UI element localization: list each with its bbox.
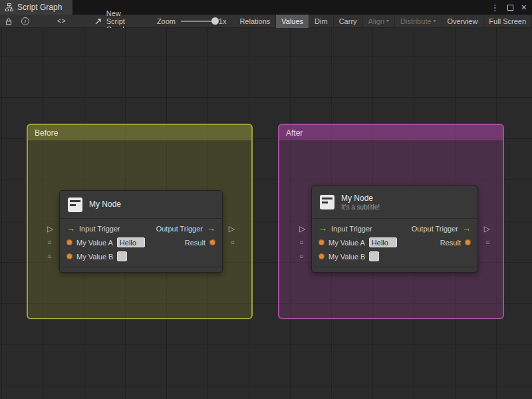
chevron-down-icon: ▾: [434, 18, 436, 24]
group-before-title: Before: [35, 128, 58, 138]
output-trigger-icon[interactable]: →: [462, 224, 471, 233]
value-b-port-icon[interactable]: [66, 253, 72, 259]
value-b-label: My Value B: [76, 253, 113, 261]
output-trigger-label: Output Trigger: [156, 225, 203, 233]
node-footer: [312, 267, 477, 272]
script-graph-icon: [5, 3, 13, 11]
tab-bar: Script Graph ⋮ ×: [0, 0, 532, 15]
value-a-port-icon[interactable]: [66, 239, 72, 245]
value-b-port-row: ○ My Value B: [60, 249, 222, 263]
external-value-a-port[interactable]: ○: [299, 239, 304, 246]
group-after[interactable]: After My Node It's a subtitle! ▷ → Input…: [278, 124, 504, 319]
tab-script-graph[interactable]: Script Graph: [0, 0, 72, 15]
external-value-b-port[interactable]: ○: [47, 253, 52, 260]
info-icon[interactable]: i: [21, 15, 29, 28]
external-output-trigger-port[interactable]: ▷: [229, 225, 235, 233]
node-title: My Node: [341, 194, 380, 203]
relations-button[interactable]: Relations: [234, 15, 276, 28]
group-after-title: After: [286, 128, 303, 138]
external-input-trigger-port[interactable]: ▷: [299, 225, 305, 233]
value-b-port-row: ○ My Value B: [312, 249, 477, 263]
dim-button[interactable]: Dim: [309, 15, 334, 28]
value-a-label: My Value A: [329, 239, 365, 247]
window-controls: ⋮ ×: [491, 0, 532, 15]
output-trigger-icon[interactable]: →: [207, 224, 215, 233]
external-value-b-port[interactable]: ○: [299, 253, 304, 260]
my-node[interactable]: My Node It's a subtitle! ▷ → Input Trigg…: [311, 186, 478, 273]
zoom-slider-handle[interactable]: [211, 17, 219, 25]
result-port-icon[interactable]: [209, 239, 215, 245]
zoom-slider-track: [181, 21, 215, 22]
group-before[interactable]: Before My Node ▷ → Input Trigger: [27, 124, 253, 319]
value-a-field[interactable]: [117, 237, 145, 247]
node-icon: [68, 198, 82, 212]
result-label: Result: [440, 239, 461, 247]
input-trigger-label: Input Trigger: [331, 225, 372, 233]
value-b-field[interactable]: [369, 251, 379, 261]
tab-title: Script Graph: [17, 3, 62, 12]
node-body: ▷ → Input Trigger Output Trigger → ▷ ○ M…: [60, 219, 222, 263]
node-body: ▷ → Input Trigger Output Trigger → ▷ ○ M…: [312, 219, 477, 263]
value-b-label: My Value B: [329, 253, 365, 261]
result-port-icon[interactable]: [465, 239, 471, 245]
toolbar-buttons: Relations Values Dim Carry Align ▾ Distr…: [234, 15, 532, 28]
value-b-port-icon[interactable]: [319, 253, 325, 259]
trigger-port-row: ▷ → Input Trigger Output Trigger → ▷: [60, 221, 222, 235]
external-input-trigger-port[interactable]: ▷: [47, 225, 53, 233]
result-label: Result: [185, 239, 205, 247]
graph-toolbar: i <> New Script Graph Zoom 1x Relations …: [0, 15, 532, 28]
close-icon[interactable]: ×: [521, 3, 527, 12]
value-b-field[interactable]: [117, 251, 127, 261]
external-result-port[interactable]: ○: [485, 239, 490, 246]
fullscreen-button[interactable]: Full Screen: [483, 15, 532, 28]
value-a-label: My Value A: [76, 239, 113, 247]
node-header[interactable]: My Node: [60, 191, 222, 219]
trigger-port-row: ▷ → Input Trigger Output Trigger → ▷: [312, 221, 477, 235]
script-graph-window: Script Graph ⋮ × i <> New Script Graph: [0, 0, 532, 399]
distribute-button[interactable]: Distribute ▾: [395, 15, 442, 28]
code-icon[interactable]: <>: [57, 15, 66, 28]
chevron-down-icon: ▾: [386, 18, 389, 24]
input-trigger-icon[interactable]: →: [66, 224, 75, 233]
node-footer: [60, 267, 222, 272]
carry-button[interactable]: Carry: [334, 15, 363, 28]
input-trigger-label: Input Trigger: [79, 225, 120, 233]
zoom-slider[interactable]: [181, 15, 215, 28]
overview-button[interactable]: Overview: [442, 15, 484, 28]
value-a-field[interactable]: [369, 237, 397, 247]
lock-icon[interactable]: [5, 15, 13, 28]
node-title: My Node: [89, 200, 121, 209]
value-a-port-row: ○ My Value A Result ○: [60, 235, 222, 249]
node-icon: [320, 195, 334, 209]
graph-canvas[interactable]: Before My Node ▷ → Input Trigger: [0, 28, 532, 399]
group-before-header[interactable]: Before: [28, 125, 251, 140]
graph-arrow-icon: [94, 17, 102, 25]
my-node[interactable]: My Node ▷ → Input Trigger Output Trigger…: [59, 190, 223, 273]
values-button[interactable]: Values: [276, 15, 309, 28]
external-value-a-port[interactable]: ○: [47, 239, 52, 246]
output-trigger-label: Output Trigger: [412, 225, 458, 233]
node-header[interactable]: My Node It's a subtitle!: [312, 186, 477, 219]
node-subtitle: It's a subtitle!: [341, 203, 380, 211]
external-result-port[interactable]: ○: [230, 239, 235, 246]
value-a-port-icon[interactable]: [319, 239, 325, 245]
zoom-value: 1x: [219, 17, 227, 25]
zoom-label: Zoom: [157, 17, 176, 25]
group-after-header[interactable]: After: [279, 125, 503, 140]
input-trigger-icon[interactable]: →: [319, 224, 327, 233]
align-button[interactable]: Align ▾: [363, 15, 395, 28]
external-output-trigger-port[interactable]: ▷: [484, 225, 490, 233]
window-menu-icon[interactable]: ⋮: [491, 3, 499, 12]
maximize-icon[interactable]: [507, 5, 513, 11]
value-a-port-row: ○ My Value A Result ○: [312, 235, 477, 249]
